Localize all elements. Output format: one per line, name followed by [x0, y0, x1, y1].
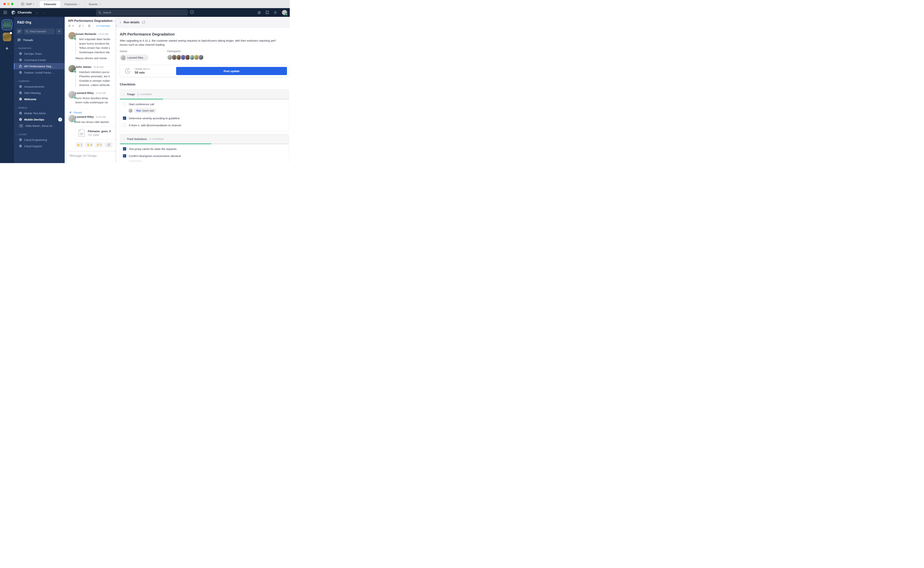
sidebar-item-hilda-martin-dm[interactable]: 2 Hilda Martin, Steve M... — [14, 122, 65, 129]
sidebar-item-cloud-support[interactable]: Cloud Support — [14, 143, 65, 149]
owner-selector[interactable]: Leonard Riley ▾ — [120, 54, 149, 61]
sidebar-item-mobile-test-alerts[interactable]: Mobile Test Alerts — [14, 110, 65, 116]
checkbox-checked[interactable]: ✓ — [123, 154, 126, 157]
message-author[interactable]: Leonard Riley — [75, 115, 94, 118]
org-menu-icon[interactable]: ⋮ — [59, 21, 61, 24]
section-header[interactable]: ⌄COMPANY — [14, 79, 65, 83]
message[interactable]: ✓ John James 10:43 AM Interdum interdum … — [65, 62, 116, 87]
saved-posts-icon[interactable] — [266, 11, 269, 14]
message-composer-input[interactable]: Message UX Design — [66, 151, 116, 163]
sidebar-item-mobile-devops[interactable]: Mobile DevOps 1 — [14, 116, 65, 122]
sidebar-item-cloud-engineering[interactable]: Cloud Engineering — [14, 137, 65, 143]
history-forward-icon[interactable]: → — [42, 11, 46, 14]
settings-gear-icon[interactable] — [273, 11, 277, 14]
back-icon[interactable]: ‹ — [120, 20, 121, 24]
avatar[interactable]: ✓ — [68, 91, 76, 98]
checklist-header[interactable]: ⌄ Triage 1 / 3 checked — [120, 89, 289, 99]
reaction-ok-hand[interactable]: 1 — [95, 142, 103, 147]
sidebar-item-api-performance[interactable]: API Performance Deg... — [14, 63, 65, 69]
user-avatar[interactable]: ✓ — [282, 10, 287, 15]
product-tabs: Channels Playbooks× Boards× — [37, 0, 105, 8]
pin-icon[interactable] — [78, 24, 81, 27]
run-command-button[interactable]: Run /zoom start — [134, 108, 156, 113]
avatar[interactable] — [198, 54, 203, 60]
sidebar-section-company: ⌄COMPANY Announcements R&D Meeting Welco… — [14, 79, 65, 102]
sidebar-item-rd-meeting[interactable]: R&D Meeting — [14, 90, 65, 96]
apps-grid-icon[interactable] — [4, 11, 7, 14]
reaction-thumbs-up[interactable]: 1 — [75, 142, 84, 147]
pinned-count[interactable]: 1 — [82, 24, 84, 27]
team-sidebar: + — [0, 17, 14, 163]
sidebar-item-command-center[interactable]: Command Center — [14, 57, 65, 63]
close-tab-icon[interactable]: × — [79, 3, 81, 6]
find-channels-input[interactable]: Find channels — [24, 29, 55, 35]
post-update-button[interactable]: Post update — [176, 67, 287, 75]
maximize-window-button[interactable] — [11, 3, 14, 5]
checkbox-checked[interactable]: ✓ — [123, 147, 126, 151]
add-channel-button[interactable]: + — [56, 29, 62, 35]
sidebar-item-devops-team[interactable]: DevOps Team — [14, 50, 65, 57]
add-reaction-icon[interactable] — [105, 142, 113, 147]
checklist-header[interactable]: ⌄ Tried Solutions 2 / 4 checked — [120, 134, 289, 144]
avatar[interactable]: ✓ — [68, 65, 76, 72]
run-name: API Performance Degradation — [120, 32, 287, 36]
tab-playbooks[interactable]: Playbooks× — [60, 1, 84, 8]
server-selector[interactable]: Staff ▾ — [17, 2, 37, 6]
members-count[interactable]: 9 — [72, 24, 74, 27]
pinned-label[interactable]: Pinned — [74, 111, 82, 114]
avatar[interactable]: ✓ — [68, 32, 76, 39]
message-author[interactable]: John James — [75, 65, 92, 68]
checklist-item[interactable]: Start conference call — [120, 101, 289, 107]
search-input[interactable]: Search — [96, 10, 188, 15]
lock-icon — [19, 65, 22, 68]
section-header[interactable]: ⌄CLOUD — [14, 132, 65, 137]
sidebar-item-welcome[interactable]: Welcome — [14, 96, 65, 102]
checklist-item[interactable]: ✓ Test proxy cache for static file reque… — [120, 145, 289, 153]
checkbox-checked[interactable]: ✓ — [123, 116, 126, 120]
team-icon-secondary[interactable] — [3, 33, 11, 41]
close-window-button[interactable] — [3, 3, 6, 5]
team-icon-rd-org[interactable] — [3, 21, 11, 29]
message-author[interactable]: Leonard Riley — [75, 91, 94, 95]
close-tab-icon[interactable]: × — [99, 3, 101, 6]
window-controls[interactable] — [0, 3, 17, 5]
update-timer-icon — [124, 67, 131, 75]
run-command-button[interactable] — [128, 160, 142, 162]
external-link-icon[interactable] — [142, 21, 145, 24]
checkbox-unchecked[interactable] — [123, 124, 126, 127]
section-header[interactable]: ⌄MOBILE — [14, 106, 65, 110]
add-team-button[interactable]: + — [5, 45, 9, 51]
org-name[interactable]: R&D Org — [17, 21, 31, 24]
tab-boards[interactable]: Boards× — [84, 1, 105, 8]
files-icon[interactable] — [88, 24, 90, 27]
mentions-icon[interactable]: @ — [258, 11, 261, 15]
checklist-item[interactable]: ✓ Determine severity according to guidel… — [120, 115, 289, 122]
sidebar-item-threads[interactable]: Threads — [14, 35, 65, 43]
members-icon[interactable] — [68, 24, 71, 27]
minimize-window-button[interactable] — [7, 3, 10, 5]
message-author[interactable]: Susan Richards — [75, 32, 96, 35]
participant-avatars[interactable] — [167, 54, 202, 60]
channel-filter-button[interactable] — [17, 29, 23, 35]
participants-label: Participants — [167, 50, 202, 53]
sidebar-section-favorites: ⌄FAVORITES DevOps Team Command Center AP… — [14, 46, 65, 76]
message[interactable]: ✓ Susan Richards 10:43 AM Nisl vulputate… — [65, 29, 116, 60]
message-time: 10:43 AM — [98, 33, 108, 35]
checkbox-unchecked[interactable] — [123, 103, 126, 106]
channel-title[interactable]: API Performance Degradation⌄ — [68, 19, 116, 23]
section-header[interactable]: ⌄FAVORITES — [14, 46, 65, 50]
avatar[interactable]: ✓ — [68, 115, 76, 122]
help-icon[interactable]: ? — [190, 10, 194, 14]
checklist-item[interactable]: ✓ Confirm blue/green environments identi… — [120, 153, 289, 159]
message[interactable]: ✓ Leonard Riley 10:43 AM Sed nec lectus … — [65, 114, 116, 148]
tab-channels[interactable]: Channels — [40, 1, 60, 8]
sidebar-item-feature-install[interactable]: Feature: Install Packa ... — [14, 69, 65, 76]
product-title: Channels — [18, 11, 32, 14]
message[interactable]: ✓ Leonard Riley 10:43 AM Nunc lectus fau… — [65, 88, 116, 105]
sidebar-item-announcements[interactable]: Announcements — [14, 83, 65, 90]
channel-header-link[interactable]: UI Inventory — [96, 24, 110, 27]
checklist-item[interactable]: If #sev-1, add @commandteam to channel — [120, 122, 289, 129]
file-attachment[interactable]: Filename_goes_h TXT 15KB — [75, 126, 116, 140]
history-back-icon[interactable]: ← — [36, 11, 39, 14]
reaction-clap[interactable]: 4 — [85, 142, 93, 147]
